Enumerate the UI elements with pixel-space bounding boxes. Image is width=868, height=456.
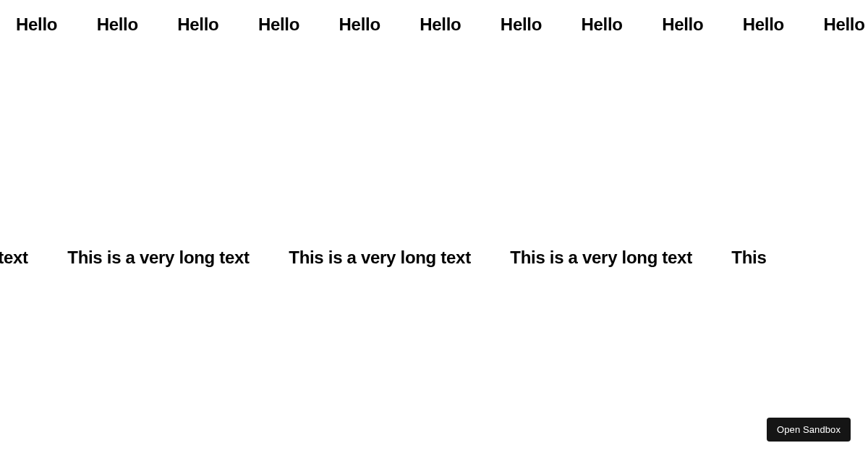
marquee-item: Hello <box>420 14 461 35</box>
marquee-item: This is a very long text <box>289 248 471 268</box>
marquee-item: This is a very long text <box>67 248 250 268</box>
marquee-item: Hello <box>177 14 218 35</box>
marquee-row-longtext: ery long text This is a very long text T… <box>0 248 868 268</box>
marquee-item: Hello <box>501 14 542 35</box>
marquee-item-partial: ery long text <box>0 248 28 268</box>
marquee-item: Hello <box>16 14 57 35</box>
marquee-item: Hello <box>743 14 784 35</box>
marquee-content-hello: Hello Hello Hello Hello Hello Hello Hell… <box>16 14 868 35</box>
marquee-item: Hello <box>823 14 864 35</box>
marquee-item: Hello <box>97 14 138 35</box>
marquee-item: Hello <box>581 14 622 35</box>
marquee-item-partial: This <box>731 248 766 268</box>
marquee-item: This is a very long text <box>510 248 692 268</box>
marquee-row-hello: Hello Hello Hello Hello Hello Hello Hell… <box>0 14 868 35</box>
marquee-item: Hello <box>339 14 380 35</box>
marquee-item: Hello <box>258 14 299 35</box>
marquee-content-longtext: ery long text This is a very long text T… <box>0 248 802 268</box>
marquee-item: Hello <box>662 14 703 35</box>
open-sandbox-button[interactable]: Open Sandbox <box>767 418 851 442</box>
